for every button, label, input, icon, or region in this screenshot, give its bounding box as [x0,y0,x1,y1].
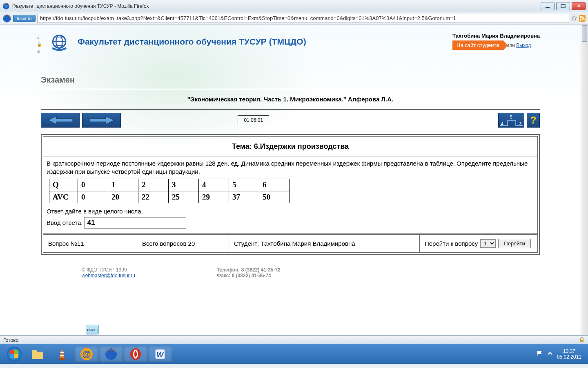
svg-rect-19 [60,355,64,356]
firefox-menu-icon[interactable] [2,14,11,23]
browser-viewport: ⌂🔒⋔ Факультет дистанционного обучения ТУ… [0,25,588,335]
phone-text: Телефон: 8 (3822) 41-35-72 [217,267,281,273]
svg-rect-11 [10,350,14,354]
svg-rect-3 [561,4,565,8]
help-button[interactable]: ? [527,113,540,128]
question-text: В краткосрочном периоде постоянные издер… [47,159,534,175]
question-panel: Тема: 6.Издержки производства В краткоср… [41,134,540,255]
svg-rect-17 [59,358,65,360]
student-name-label: Студент: Тахтобина Мария Владимировна [229,234,419,253]
question-number-label: Вопрос №11 [43,234,137,253]
window-minimize-button[interactable] [541,2,555,10]
taskbar-word-icon[interactable]: W [148,346,172,362]
browser-statusbar: Готово [0,335,588,344]
page-heading: Экзамен [41,75,540,85]
vertical-scrollbar[interactable] [581,25,588,335]
taskbar-vlc-icon[interactable] [50,346,74,362]
svg-rect-2 [546,7,550,8]
svg-rect-16 [32,350,37,352]
svg-rect-14 [14,354,18,358]
svg-point-1 [4,4,8,8]
firebug-badge[interactable]: 1KB/s ↕ [86,325,99,334]
svg-point-22 [105,348,117,360]
window-title: Факультет дистанционного обучения ТУСУР … [12,3,541,9]
prev-question-button[interactable] [41,113,80,128]
lock-icon [579,337,585,343]
logout-link[interactable]: Выход [516,43,531,48]
bookmark-star-icon[interactable] [571,15,577,22]
goto-question-select[interactable]: 1 [480,239,496,248]
copyright-text: © ФДО ТУСУР 1999 [82,267,135,273]
taskbar-firefox-icon[interactable] [99,346,123,362]
side-mini-icons: ⌂🔒⋔ [37,33,49,54]
course-title: "Экономическая теория. Часть 1. Микроэко… [41,91,540,108]
answer-input[interactable] [84,217,186,229]
answer-hint: Ответ дайте в виде целого числа. [47,207,534,215]
browser-urlbar: tusur.ru https://fdo.tusur.ru/locpub/exa… [0,12,588,25]
window-close-button[interactable]: ✕ [572,2,586,10]
window-titlebar: Факультет дистанционного обучения ТУСУР … [0,0,588,12]
svg-text:@: @ [82,349,91,359]
goto-button[interactable]: Перейти [498,239,531,248]
feed-icon[interactable] [579,15,586,22]
fax-text: Факс: 8 (3822) 41-36-74 [217,273,281,278]
student-site-button[interactable]: На сайт студента [452,40,503,50]
svg-point-6 [580,19,581,21]
table-row: AVC0202225293750 [49,191,290,203]
logout-row: или Выход [507,43,531,48]
svg-rect-13 [10,354,14,358]
svg-rect-18 [60,352,64,353]
svg-point-4 [3,14,11,22]
progress-indicator-button[interactable]: 4 5 3 [498,113,524,128]
taskbar-mail-icon[interactable]: @ [74,346,99,362]
taskbar-opera-icon[interactable] [123,346,148,362]
site-logo[interactable] [49,33,69,55]
svg-rect-12 [14,350,18,354]
window-maximize-button[interactable] [556,2,570,10]
site-title: Факультет дистанционного обучения ТУСУР … [78,33,306,47]
start-button[interactable] [3,346,25,362]
firefox-icon [2,2,10,10]
answer-label: Ввод ответа: [47,219,82,227]
goto-label: Перейти к вопросу [425,240,478,247]
data-table: Q0123456 AVC0202225293750 [49,179,290,203]
svg-point-25 [134,351,137,357]
tray-clock[interactable]: 13:37 05.02.2011 [557,348,581,360]
total-questions-label: Всего вопросов 20 [137,234,229,253]
user-fullname: Тахтобина Мария Владимировна [452,33,540,39]
status-text: Готово [3,337,18,343]
url-input[interactable]: https://fdo.tusur.ru/locpub/exam_take3.p… [37,14,569,23]
next-question-button[interactable] [82,113,121,128]
exam-timer: 01:06:01 [238,115,269,125]
webmaster-link[interactable]: webmaster@fdo.tusur.ru [82,273,135,278]
tray-arrow-icon[interactable] [547,351,553,358]
taskbar-explorer-icon[interactable] [25,346,50,362]
svg-rect-15 [32,352,43,359]
windows-taskbar: @ W 13:37 05.02.2011 [0,344,588,364]
svg-text:W: W [157,350,165,359]
table-row: Q0123456 [49,179,290,191]
svg-rect-9 [580,340,584,342]
site-identity-chip[interactable]: tusur.ru [13,15,36,22]
question-theme: Тема: 6.Издержки производства [43,137,537,157]
tray-flag-icon[interactable] [537,350,543,358]
